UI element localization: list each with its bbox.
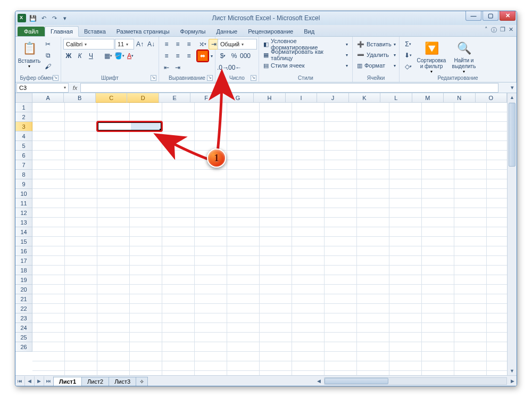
sheet-tab-1[interactable]: Лист1	[53, 377, 82, 386]
sort-filter-button[interactable]: 🔽 Сортировка и фильтр ▾	[416, 39, 447, 74]
font-name-combo[interactable]: Calibri▾	[63, 39, 114, 49]
close-workbook-icon[interactable]: ✕	[509, 26, 513, 34]
row-header-20[interactable]: 20	[15, 285, 32, 294]
format-painter-button[interactable]: 🖌	[43, 61, 53, 72]
font-size-combo[interactable]: 11▾	[115, 39, 134, 49]
grow-font-button[interactable]: A↑	[135, 39, 145, 49]
align-top-button[interactable]: ≡	[161, 39, 172, 49]
maximize-button[interactable]: ▢	[483, 11, 498, 21]
align-right-button[interactable]: ≡	[184, 51, 194, 61]
fx-icon[interactable]: fx	[70, 85, 80, 91]
column-header-H[interactable]: H	[254, 93, 285, 103]
tab-insert[interactable]: Вставка	[79, 27, 111, 36]
conditional-formatting-button[interactable]: ◧Условное форматирование▾	[261, 39, 350, 49]
name-box[interactable]: C3▾	[16, 83, 69, 93]
column-header-B[interactable]: B	[64, 93, 95, 103]
fill-handle[interactable]	[160, 129, 162, 131]
row-header-7[interactable]: 7	[15, 160, 32, 170]
fill-color-button[interactable]: 🪣▾	[114, 51, 124, 61]
scroll-left-icon[interactable]: ◀	[314, 377, 323, 385]
minimize-button[interactable]: —	[466, 11, 481, 21]
row-header-26[interactable]: 26	[15, 342, 32, 352]
column-header-E[interactable]: E	[159, 93, 190, 103]
sheet-tab-2[interactable]: Лист2	[81, 377, 109, 386]
decrease-decimal-button[interactable]: .00←	[229, 62, 239, 73]
sheet-nav-last[interactable]: ⏭	[44, 376, 54, 386]
column-header-M[interactable]: M	[412, 93, 444, 103]
restore-window-icon[interactable]: ❐	[500, 26, 505, 34]
insert-cells-button[interactable]: ➕Вставить▾	[355, 39, 398, 49]
increase-indent-button[interactable]: ⇥	[172, 62, 183, 73]
formula-bar[interactable]	[80, 83, 498, 93]
select-all-corner[interactable]	[15, 93, 32, 103]
row-header-3[interactable]: 3	[15, 122, 32, 131]
row-header-6[interactable]: 6	[15, 151, 32, 160]
decrease-indent-button[interactable]: ⇤	[161, 62, 172, 73]
row-header-5[interactable]: 5	[15, 141, 32, 151]
column-header-N[interactable]: N	[444, 93, 475, 103]
find-select-button[interactable]: 🔍 Найти и выделить ▾	[448, 39, 479, 74]
align-bottom-button[interactable]: ≡	[184, 39, 194, 49]
autosum-button[interactable]: Σ▾	[402, 39, 414, 49]
row-header-24[interactable]: 24	[15, 323, 32, 333]
row-header-10[interactable]: 10	[15, 189, 32, 198]
row-header-22[interactable]: 22	[15, 304, 32, 313]
row-header-15[interactable]: 15	[15, 237, 32, 246]
number-dialog-launcher[interactable]: ↘	[251, 75, 256, 81]
row-header-16[interactable]: 16	[15, 246, 32, 256]
orientation-button[interactable]: ⤭▾	[197, 39, 208, 49]
row-header-2[interactable]: 2	[15, 112, 32, 122]
column-header-L[interactable]: L	[380, 93, 412, 103]
column-header-O[interactable]: O	[476, 93, 507, 103]
italic-button[interactable]: К	[74, 51, 85, 61]
tab-formulas[interactable]: Формулы	[175, 27, 211, 36]
underline-button[interactable]: Ч	[86, 51, 96, 61]
column-headers[interactable]: ABCDEFGHIJKLMNO	[32, 93, 507, 103]
close-button[interactable]: ✕	[500, 11, 516, 21]
save-button[interactable]: 💾	[28, 13, 38, 23]
number-format-combo[interactable]: Общий▾	[218, 39, 257, 49]
copy-button[interactable]: ⧉	[43, 50, 53, 61]
row-header-4[interactable]: 4	[15, 131, 32, 141]
align-left-button[interactable]: ≡	[161, 51, 172, 61]
row-header-18[interactable]: 18	[15, 266, 32, 275]
sheet-tab-3[interactable]: Лист3	[109, 377, 136, 386]
paste-button[interactable]: 📋 Вставить ▾	[18, 39, 41, 74]
file-tab[interactable]: Файл	[18, 27, 45, 36]
clipboard-dialog-launcher[interactable]: ↘	[53, 75, 59, 81]
redo-button[interactable]: ↷	[49, 13, 59, 23]
row-header-1[interactable]: 1	[15, 103, 32, 112]
cells-grid[interactable]	[32, 103, 507, 375]
sheet-nav-first[interactable]: ⏮	[15, 376, 25, 386]
row-header-21[interactable]: 21	[15, 294, 32, 304]
accounting-format-button[interactable]: $▾	[218, 51, 228, 61]
row-header-8[interactable]: 8	[15, 170, 32, 179]
font-color-button[interactable]: A▾	[125, 51, 136, 61]
column-header-D[interactable]: D	[127, 93, 159, 103]
row-header-14[interactable]: 14	[15, 227, 32, 237]
cut-button[interactable]: ✂	[43, 39, 53, 49]
scroll-up-icon[interactable]: ▲	[508, 93, 517, 102]
column-header-F[interactable]: F	[190, 93, 222, 103]
row-header-13[interactable]: 13	[15, 218, 32, 227]
vertical-scrollbar[interactable]: ▲ ▼	[507, 93, 517, 375]
hscroll-thumb[interactable]	[325, 378, 388, 384]
undo-button[interactable]: ↶	[39, 13, 48, 23]
row-header-19[interactable]: 19	[15, 275, 32, 285]
column-header-K[interactable]: K	[349, 93, 380, 103]
merge-center-button[interactable]: ⬌	[197, 51, 208, 61]
clear-button[interactable]: ◇▾	[402, 61, 414, 72]
align-middle-button[interactable]: ≡	[172, 39, 183, 49]
column-header-I[interactable]: I	[286, 93, 317, 103]
tab-data[interactable]: Данные	[211, 27, 243, 36]
column-header-C[interactable]: C	[96, 93, 127, 103]
row-header-11[interactable]: 11	[15, 198, 32, 208]
row-header-17[interactable]: 17	[15, 256, 32, 266]
borders-button[interactable]: ▦▾	[103, 51, 113, 61]
format-as-table-button[interactable]: ▦Форматировать как таблицу▾	[261, 49, 350, 60]
row-header-25[interactable]: 25	[15, 333, 32, 342]
column-header-A[interactable]: A	[32, 93, 64, 103]
alignment-dialog-launcher[interactable]: ↘	[207, 75, 213, 81]
align-center-button[interactable]: ≡	[172, 51, 183, 61]
tab-view[interactable]: Вид	[298, 27, 320, 36]
